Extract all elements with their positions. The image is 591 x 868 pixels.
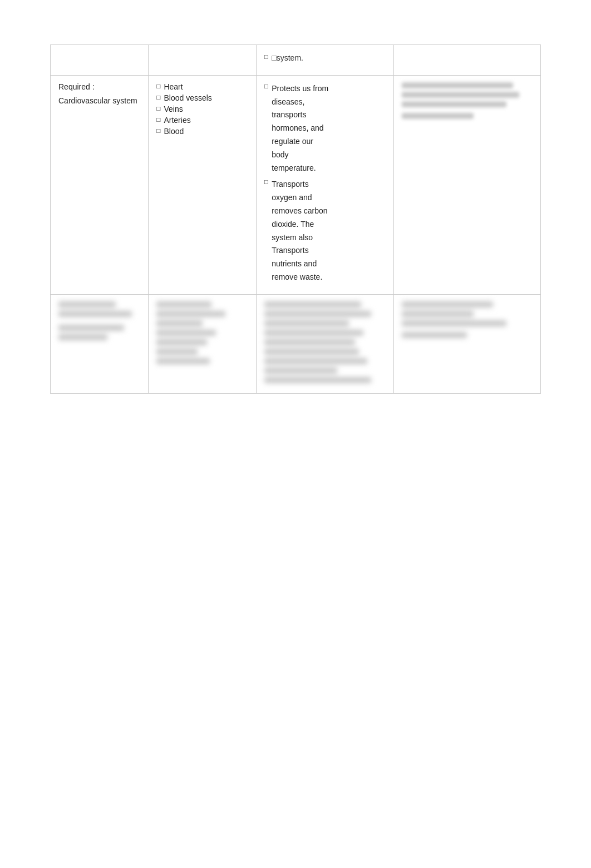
system-name: Cardiovascular system [58, 95, 140, 107]
part-arteries: Arteries [164, 116, 190, 125]
cell-parts-cardiovascular: Heart Blood vessels Veins Arteries [149, 75, 257, 294]
main-table: □ system. Required : Cardiovascular syst… [50, 44, 541, 394]
system-required-label: Required : [58, 82, 140, 91]
part-heart: Heart [164, 82, 183, 91]
cell-parts-blurred [149, 294, 257, 393]
page-wrapper: □ system. Required : Cardiovascular syst… [0, 0, 591, 438]
functions-list: Protects us from diseases, transports ho… [264, 82, 386, 284]
continuation-text: □ system. [264, 52, 386, 65]
cell-image-blank-top [393, 45, 540, 76]
cell-functions-cardiovascular: Protects us from diseases, transports ho… [257, 75, 394, 294]
cell-image-blurred [393, 294, 540, 393]
parts-list: Heart Blood vessels Veins Arteries [156, 82, 248, 136]
image-blurred-cardiovascular [402, 82, 533, 119]
part-blood: Blood [164, 127, 184, 136]
cell-functions-top: □ system. [257, 45, 394, 76]
continuation-system-text: system. [277, 52, 303, 65]
list-item: Arteries [156, 116, 248, 125]
list-item: Blood [156, 127, 248, 136]
function-transports: Transports oxygen and removes carbon dio… [272, 178, 327, 284]
list-item: Blood vessels [156, 93, 248, 102]
bullet-icon-top: □ [272, 52, 276, 64]
cell-system-blurred [51, 294, 149, 393]
cell-image-cardiovascular [393, 75, 540, 294]
part-blood-vessels: Blood vessels [164, 93, 211, 102]
part-veins: Veins [164, 105, 183, 113]
table-row-cardiovascular: Required : Cardiovascular system Heart B… [51, 75, 541, 294]
function-protects: Protects us from diseases, transports ho… [272, 82, 328, 175]
cell-system-cardiovascular: Required : Cardiovascular system [51, 75, 149, 294]
cell-functions-blurred [257, 294, 394, 393]
table-row-continuation: □ system. [51, 45, 541, 76]
list-item: Veins [156, 105, 248, 113]
cell-system-blank-top [51, 45, 149, 76]
list-item: Heart [156, 82, 248, 91]
list-item: Protects us from diseases, transports ho… [264, 82, 386, 175]
table-row-blurred [51, 294, 541, 393]
list-item: Transports oxygen and removes carbon dio… [264, 178, 386, 284]
cell-parts-blank-top [149, 45, 257, 76]
